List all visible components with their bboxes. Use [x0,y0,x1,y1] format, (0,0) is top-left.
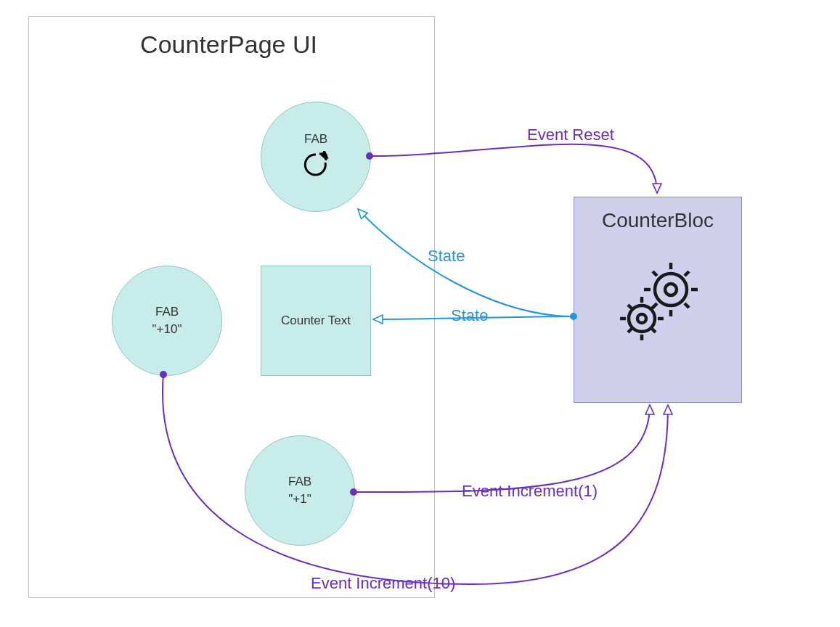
svg-line-6 [685,271,689,276]
svg-line-18 [652,329,656,332]
svg-point-10 [629,306,655,332]
fab-reset-button[interactable]: FAB [261,102,371,212]
fab-plus-1-value: "+1" [288,491,311,508]
fab-plus-1-button[interactable]: FAB "+1" [245,435,355,546]
counterbloc-box: CounterBloc [574,197,742,403]
counterpage-ui-container [28,16,435,598]
svg-point-0 [655,274,687,306]
state-to-text-label: State [451,306,488,325]
fab-plus-1-label: FAB [288,473,311,491]
counterpage-ui-title: CounterPage UI [120,30,338,59]
event-reset-label: Event Reset [527,126,614,144]
event-increment-10-label: Event Increment(10) [311,574,455,593]
svg-point-1 [665,284,677,295]
event-increment-1-label: Event Increment(1) [462,482,598,501]
counterbloc-title: CounterBloc [574,209,741,232]
fab-plus-10-button[interactable]: FAB "+10" [112,266,222,376]
state-to-reset-label: State [428,247,465,266]
counter-text-box: Counter Text [261,266,371,376]
svg-point-11 [637,314,646,323]
reset-icon [302,151,330,184]
fab-plus-10-label: FAB [155,303,179,321]
fab-reset-label: FAB [304,131,327,148]
fab-plus-10-value: "+10" [152,321,182,338]
svg-line-9 [653,271,657,276]
svg-line-8 [685,303,689,308]
svg-line-17 [628,329,632,332]
svg-line-16 [652,305,656,308]
svg-marker-20 [322,151,328,157]
gears-icon [614,259,701,346]
counter-text-label: Counter Text [281,314,351,328]
svg-line-19 [628,305,632,308]
